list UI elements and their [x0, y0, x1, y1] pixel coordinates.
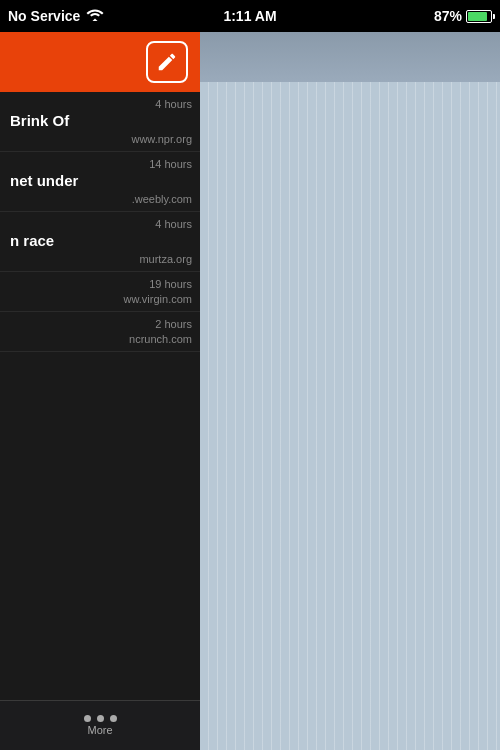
status-time: 1:11 AM	[223, 8, 276, 24]
battery-percent: 87%	[434, 8, 462, 24]
feed-item-source-3: murtza.org	[10, 253, 192, 265]
feed-item-title-2: net under	[10, 172, 192, 190]
status-bar: No Service 1:11 AM 87%	[0, 0, 500, 32]
feed-item-time-2: 14 hours	[10, 158, 192, 170]
compose-header	[0, 32, 200, 92]
feed-list: 4 hours Brink Of www.npr.org 14 hours ne…	[0, 92, 200, 750]
tab-dot-2	[97, 715, 104, 722]
feed-item-time-3: 4 hours	[10, 218, 192, 230]
feed-item-5[interactable]: 2 hours ncrunch.com	[0, 312, 200, 352]
right-panel-body	[200, 82, 500, 750]
feed-item-source-2: .weebly.com	[10, 193, 192, 205]
feed-item-2[interactable]: 14 hours net under .weebly.com	[0, 152, 200, 212]
no-service-text: No Service	[8, 8, 80, 24]
feed-item-1[interactable]: 4 hours Brink Of www.npr.org	[0, 92, 200, 152]
feed-item-title-3: n race	[10, 232, 192, 250]
tab-dot-3	[110, 715, 117, 722]
wifi-icon	[86, 8, 104, 25]
tab-bar[interactable]: More	[0, 700, 200, 750]
right-panel-header	[200, 32, 500, 82]
left-panel: 4 hours Brink Of www.npr.org 14 hours ne…	[0, 32, 200, 750]
feed-item-4[interactable]: 19 hours ww.virgin.com	[0, 272, 200, 312]
feed-item-time-5: 2 hours	[10, 318, 192, 330]
main-content: 4 hours Brink Of www.npr.org 14 hours ne…	[0, 32, 500, 750]
right-panel	[200, 32, 500, 750]
battery-icon	[466, 10, 492, 23]
tab-dot-1	[84, 715, 91, 722]
feed-item-time-4: 19 hours	[10, 278, 192, 290]
feed-item-3[interactable]: 4 hours n race murtza.org	[0, 212, 200, 272]
stripes-background	[200, 82, 500, 750]
feed-item-time-1: 4 hours	[10, 98, 192, 110]
compose-icon	[156, 51, 178, 73]
feed-item-source-5: ncrunch.com	[10, 333, 192, 345]
tab-more-label: More	[87, 724, 112, 736]
status-right: 87%	[434, 8, 492, 24]
compose-button[interactable]	[146, 41, 188, 83]
status-left: No Service	[8, 8, 104, 25]
feed-item-source-1: www.npr.org	[10, 133, 192, 145]
tab-dots	[84, 715, 117, 722]
feed-item-source-4: ww.virgin.com	[10, 293, 192, 305]
feed-item-title-1: Brink Of	[10, 112, 192, 130]
